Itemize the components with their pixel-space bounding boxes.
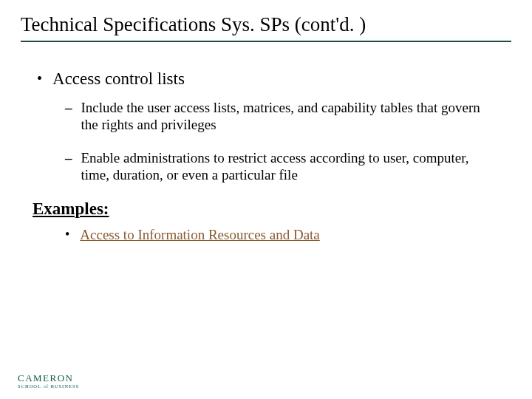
bullet-dot-icon: • <box>37 69 42 88</box>
example-bullet: • Access to Information Resources and Da… <box>65 226 511 243</box>
bullet-dot-icon: • <box>65 226 69 243</box>
slide-title: Technical Specifications Sys. SPs (cont'… <box>21 13 511 36</box>
example-link[interactable]: Access to Information Resources and Data <box>80 226 319 243</box>
title-underline <box>21 41 511 42</box>
bullet-level2-text: Enable administrations to restrict acces… <box>81 149 497 183</box>
bullet-dash-icon: – <box>65 99 72 116</box>
logo-sub-text: SCHOOL of BUSINESS <box>18 383 79 389</box>
bullet-level2: – Enable administrations to restrict acc… <box>65 149 497 183</box>
examples-heading: Examples: <box>33 200 511 219</box>
bullet-dash-icon: – <box>65 149 72 166</box>
bullet-level1: • Access control lists <box>37 69 511 89</box>
logo-main-text: CAMERON <box>18 372 79 384</box>
cameron-logo: CAMERON SCHOOL of BUSINESS <box>18 372 79 389</box>
bullet-level1-text: Access control lists <box>52 69 185 89</box>
bullet-level2-text: Include the user access lists, matrices,… <box>81 99 497 133</box>
bullet-level2: – Include the user access lists, matrice… <box>65 99 497 133</box>
